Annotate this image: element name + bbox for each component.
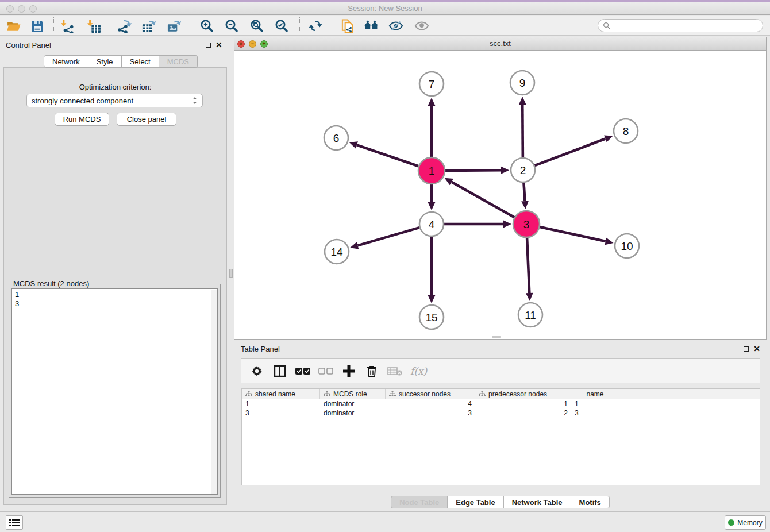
control-panel-close-icon[interactable]: ✕ [215,42,222,48]
search-input[interactable] [613,21,763,31]
main-toolbar [0,16,770,36]
open-session-icon[interactable] [6,18,21,33]
column-label: shared name [255,390,295,398]
column-type-icon [479,391,486,397]
export-image-icon[interactable] [167,18,182,33]
table-panel-float-icon[interactable] [744,346,749,352]
node-label-2: 2 [520,164,526,176]
table-cell[interactable]: 3 [386,408,475,418]
table-cell[interactable]: 1 [475,399,571,408]
control-panel-float-icon[interactable] [206,43,211,48]
table-row[interactable]: 3dominator323 [242,408,760,418]
table-cell[interactable]: 1 [242,399,320,408]
edge-3-1[interactable] [452,182,514,218]
edge-arrowhead [350,242,359,249]
hide-graphics-eye-icon[interactable] [388,18,403,33]
column-type-icon [389,391,396,397]
network-view-window[interactable]: × − + scc.txt 1234678910111415 [234,37,767,340]
edge-4-14[interactable] [357,228,419,245]
control-tab-mcds[interactable]: MCDS [159,55,198,68]
panel-splitter[interactable] [229,36,233,509]
import-table-icon[interactable] [86,18,101,33]
column-header-predecessor-nodes[interactable]: predecessor nodes [475,389,571,399]
edge-1-6[interactable] [357,145,418,166]
table-cell[interactable]: 2 [475,408,571,418]
node-label-3: 3 [523,218,530,230]
run-mcds-button[interactable]: Run MCDS [55,113,109,126]
table-tab-edge-table[interactable]: Edge Table [448,496,503,508]
edge-1-2[interactable] [445,170,501,171]
column-header-name[interactable]: name [571,389,619,399]
delete-trash-icon[interactable] [364,364,379,379]
delete-table-icon[interactable] [387,364,402,379]
show-graphics-eye-icon[interactable] [414,18,429,33]
add-column-plus-icon[interactable] [341,364,356,379]
network-file-icon[interactable] [340,18,355,33]
refresh-icon[interactable] [308,18,323,33]
network-canvas[interactable]: 1234678910111415 [234,51,766,339]
edge-3-11[interactable] [527,238,529,293]
criterion-dropdown[interactable]: strongly connected component [26,94,203,107]
control-tab-select[interactable]: Select [122,55,159,68]
zoom-selected-icon[interactable] [274,18,289,33]
mcds-result-list[interactable]: 13 [11,288,218,495]
zoom-fit-icon[interactable] [249,18,264,33]
search-box[interactable] [598,19,763,32]
column-label: name [586,390,603,398]
column-label: predecessor nodes [488,390,547,398]
task-history-list-button[interactable] [6,515,23,530]
table-tab-node-table[interactable]: Node Table [391,496,448,508]
control-tab-network[interactable]: Network [44,55,88,68]
node-table[interactable]: shared nameMCDS rolesuccessor nodesprede… [241,388,760,485]
column-type-icon [245,391,252,397]
memory-button[interactable]: Memory [725,515,766,530]
column-header-shared-name[interactable]: shared name [242,389,320,399]
close-panel-button[interactable]: Close panel [117,113,176,126]
result-scrollbar-track[interactable] [211,290,217,494]
edge-2-9[interactable] [522,105,523,157]
edge-arrowhead [501,167,509,174]
home-icon[interactable] [364,18,379,33]
control-tab-style[interactable]: Style [88,55,122,68]
table-split-view-icon[interactable] [272,364,287,379]
splitter-handle[interactable] [229,269,233,278]
table-cell[interactable]: 4 [386,399,475,408]
network-window-titlebar[interactable]: × − + scc.txt [234,37,766,51]
edge-3-10[interactable] [540,227,605,241]
column-header-successor-nodes[interactable]: successor nodes [386,389,475,399]
table-settings-gear-icon[interactable] [249,364,264,379]
table-row[interactable]: 1dominator411 [242,399,760,408]
node-label-1: 1 [429,165,435,177]
save-session-icon[interactable] [30,18,45,33]
table-tab-network-table[interactable]: Network Table [504,496,571,508]
function-builder-icon[interactable]: f(x) [410,365,427,377]
table-cell[interactable]: 3 [571,408,619,418]
table-panel-title: Table Panel [241,345,280,353]
network-graph[interactable]: 1234678910111415 [234,51,766,339]
zoom-in-icon[interactable] [199,18,214,33]
import-network-icon[interactable] [60,18,75,33]
table-cell[interactable]: dominator [320,408,386,418]
table-cell[interactable]: 1 [571,399,619,408]
window-titlebar[interactable]: Session: New Session [0,2,770,15]
export-network-icon[interactable] [117,18,132,33]
table-panel-close-icon[interactable]: ✕ [753,346,760,352]
mcds-tab-pane: Optimization criterion: strongly connect… [3,67,227,505]
column-header-MCDS-role[interactable]: MCDS role [320,389,386,399]
memory-status-dot [728,519,734,526]
canvas-scroll-handle[interactable] [492,336,501,338]
mcds-result-title: MCDS result (2 nodes) [11,279,91,288]
control-panel-title: Control Panel [6,41,51,49]
status-bar: Memory [0,511,770,532]
deselect-all-icon[interactable] [318,364,333,379]
select-all-icon[interactable] [295,364,310,379]
zoom-out-icon[interactable] [224,18,239,33]
table-cell[interactable]: dominator [320,399,386,408]
edge-2-8[interactable] [535,138,606,165]
edge-2-3[interactable] [523,183,525,201]
table-cell[interactable]: 3 [242,408,320,418]
table-panel: Table Panel ✕ [234,342,767,509]
control-panel-tabs: NetworkStyleSelectMCDS [44,55,198,68]
export-table-icon[interactable] [141,18,156,33]
table-tab-motifs[interactable]: Motifs [571,496,610,508]
